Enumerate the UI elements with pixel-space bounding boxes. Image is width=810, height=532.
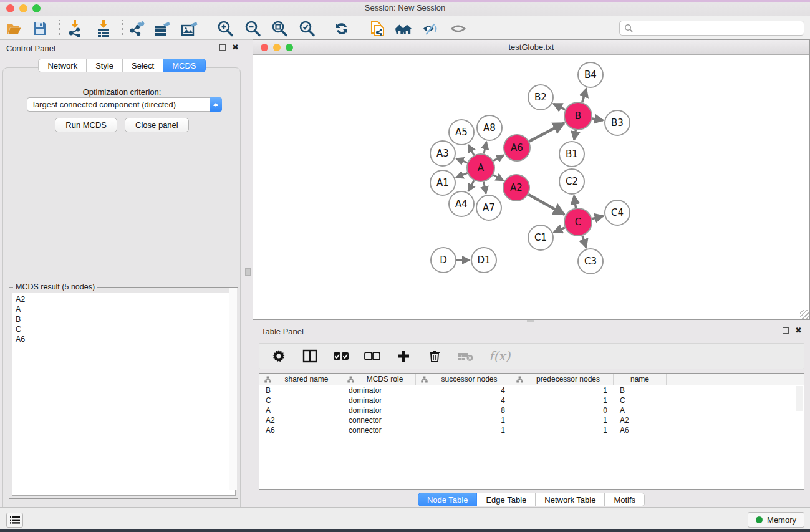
table-row[interactable]: A6connector11A6: [259, 425, 804, 435]
table-settings-gear-icon[interactable]: [271, 348, 287, 364]
table-cell[interactable]: connector: [342, 415, 416, 425]
graph-node-B1[interactable]: B1: [559, 142, 584, 167]
table-cell[interactable]: 1: [416, 415, 511, 425]
zoom-out-icon[interactable]: [244, 20, 261, 37]
mcds-result-item[interactable]: C: [16, 324, 235, 334]
show-panel-eye-icon[interactable]: [450, 20, 467, 37]
table-scrollbar[interactable]: [796, 386, 803, 411]
table-cell[interactable]: 4: [416, 385, 511, 395]
import-table-icon[interactable]: [95, 20, 112, 37]
column-panel-icon[interactable]: [302, 348, 318, 364]
column-header-name[interactable]: name: [614, 374, 667, 385]
horizontal-divider-handle[interactable]: [527, 320, 534, 322]
table-cell[interactable]: 0: [511, 405, 614, 415]
zoom-fit-icon[interactable]: [271, 20, 288, 37]
table-cell[interactable]: B: [259, 385, 342, 395]
table-cell[interactable]: A6: [259, 425, 342, 435]
optimization-criterion-select[interactable]: largest connected component (directed): [27, 97, 222, 112]
table-cell[interactable]: 1: [511, 415, 614, 425]
table-row[interactable]: A2connector11A2: [259, 415, 804, 425]
column-header-successor-nodes[interactable]: successor nodes: [416, 374, 511, 385]
clone-network-icon[interactable]: [369, 20, 387, 37]
tab-network-table[interactable]: Network Table: [536, 493, 605, 506]
tab-edge-table[interactable]: Edge Table: [477, 493, 536, 506]
search-input[interactable]: [633, 24, 804, 32]
mcds-result-item[interactable]: A: [16, 304, 235, 314]
table-cell[interactable]: B: [614, 385, 667, 395]
tab-network[interactable]: Network: [38, 59, 87, 72]
graph-node-A4[interactable]: A4: [449, 191, 474, 216]
table-row[interactable]: Adominator80A: [259, 405, 804, 415]
graph-node-B2[interactable]: B2: [528, 85, 553, 110]
tab-select[interactable]: Select: [123, 59, 163, 72]
graph-node-B[interactable]: B: [564, 102, 592, 130]
graph-node-C3[interactable]: C3: [578, 249, 603, 274]
task-history-button[interactable]: [6, 513, 23, 528]
graph-node-A7[interactable]: A7: [476, 195, 501, 220]
column-header-MCDS-role[interactable]: MCDS role: [342, 374, 416, 385]
search-field[interactable]: [619, 21, 804, 36]
graph-node-A3[interactable]: A3: [430, 141, 455, 166]
graph-node-C[interactable]: C: [564, 208, 592, 236]
column-header-shared-name[interactable]: shared name: [259, 374, 342, 385]
table-cell[interactable]: dominator: [342, 385, 416, 395]
unselect-all-columns-icon[interactable]: [364, 348, 380, 364]
vertical-divider-handle[interactable]: [245, 268, 251, 276]
graph-node-D1[interactable]: D1: [471, 248, 496, 273]
table-row[interactable]: Bdominator41B: [259, 385, 804, 395]
tab-style[interactable]: Style: [87, 59, 123, 72]
tab-mcds[interactable]: MCDS: [163, 59, 205, 72]
table-cell[interactable]: A2: [614, 415, 667, 425]
graph-node-A1[interactable]: A1: [430, 170, 455, 195]
mcds-result-item[interactable]: A6: [16, 334, 235, 344]
table-cell[interactable]: 1: [416, 425, 511, 435]
add-column-icon[interactable]: [395, 348, 412, 364]
tab-motifs[interactable]: Motifs: [605, 493, 645, 506]
hide-panel-eye-icon[interactable]: [422, 20, 439, 37]
close-panel-icon[interactable]: ✖: [232, 44, 239, 51]
float-panel-icon[interactable]: [219, 44, 226, 51]
zoom-selected-icon[interactable]: [298, 20, 316, 37]
tab-node-table[interactable]: Node Table: [418, 493, 478, 506]
import-network-icon[interactable]: [66, 20, 84, 37]
export-table-icon[interactable]: [153, 20, 171, 37]
export-network-icon[interactable]: [128, 20, 145, 37]
table-cell[interactable]: C: [614, 395, 667, 405]
network-canvas[interactable]: AA1A2A3A4A5A6A7A8BB1B2B3B4CC1C2C3C4DD1: [253, 55, 809, 319]
table-cell[interactable]: dominator: [342, 395, 416, 405]
table-cell[interactable]: A: [614, 405, 667, 415]
refresh-icon[interactable]: [333, 20, 350, 37]
graph-node-C1[interactable]: C1: [528, 225, 553, 250]
table-cell[interactable]: 1: [511, 425, 614, 435]
close-panel-button[interactable]: Close panel: [125, 118, 189, 132]
close-table-panel-icon[interactable]: ✖: [795, 327, 802, 334]
table-cell[interactable]: A6: [614, 425, 667, 435]
open-file-icon[interactable]: [6, 20, 23, 37]
graph-node-B4[interactable]: B4: [578, 62, 603, 87]
table-cell[interactable]: 4: [416, 395, 511, 405]
export-image-icon[interactable]: [181, 20, 198, 37]
memory-button[interactable]: Memory: [748, 512, 804, 528]
graph-node-A8[interactable]: A8: [477, 115, 502, 140]
graph-node-C4[interactable]: C4: [605, 200, 630, 225]
table-cell[interactable]: dominator: [342, 405, 416, 415]
mcds-result-item[interactable]: A2: [16, 294, 235, 304]
mcds-list-scrollbar[interactable]: [229, 288, 237, 490]
run-mcds-button[interactable]: Run MCDS: [55, 118, 117, 132]
first-neighbors-icon[interactable]: [395, 20, 412, 37]
table-cell[interactable]: A2: [259, 415, 342, 425]
table-cell[interactable]: 1: [511, 395, 614, 405]
table-cell[interactable]: 1: [511, 385, 614, 395]
column-header-predecessor-nodes[interactable]: predecessor nodes: [511, 374, 614, 385]
graph-node-D[interactable]: D: [431, 248, 456, 273]
delete-column-trash-icon[interactable]: [427, 348, 443, 364]
table-cell[interactable]: connector: [342, 425, 416, 435]
save-session-icon[interactable]: [31, 20, 49, 37]
zoom-in-icon[interactable]: [216, 20, 234, 37]
graph-node-A5[interactable]: A5: [449, 120, 474, 145]
graph-node-B3[interactable]: B3: [605, 110, 630, 135]
graph-node-C2[interactable]: C2: [559, 169, 584, 194]
float-table-panel-icon[interactable]: [783, 327, 789, 334]
graph-node-A6[interactable]: A6: [504, 135, 530, 161]
table-cell[interactable]: C: [259, 395, 342, 405]
